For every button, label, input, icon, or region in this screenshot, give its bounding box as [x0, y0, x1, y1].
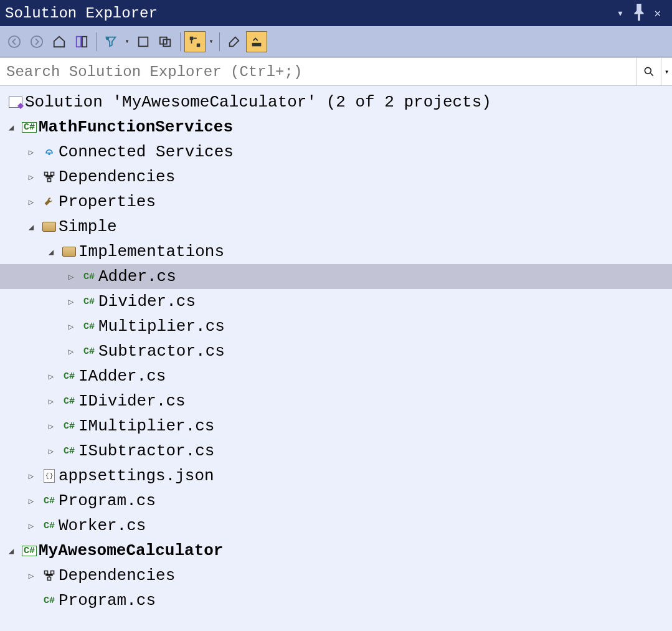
pin-icon[interactable]	[630, 2, 648, 24]
home-button[interactable]	[49, 31, 70, 52]
csharp-file-icon: C#	[81, 272, 97, 282]
expand-caret[interactable]: ▷	[25, 197, 37, 207]
toolbar-separator	[180, 32, 181, 51]
file-label: ISubtractor.cs	[77, 442, 214, 460]
svg-rect-14	[51, 173, 54, 176]
project-node[interactable]: ◢ C# MathFunctionServices	[0, 115, 672, 140]
file-node[interactable]: ▷ {} appsettings.json	[0, 463, 672, 488]
solution-icon	[7, 97, 24, 108]
close-icon[interactable]: ✕	[648, 6, 667, 20]
csproj-icon: C#	[21, 122, 37, 133]
folder-icon	[61, 247, 77, 257]
sync-active-doc-button[interactable]	[133, 31, 154, 52]
file-node[interactable]: ▷ C# Worker.cs	[0, 513, 672, 538]
svg-rect-5	[139, 37, 148, 46]
svg-point-1	[31, 36, 42, 47]
expand-caret[interactable]: ▷	[25, 147, 37, 158]
file-node[interactable]: ▷ C# IAdder.cs	[0, 364, 672, 389]
toolbar-separator	[219, 32, 220, 51]
window-options-icon[interactable]: ▾	[611, 6, 630, 20]
properties-node[interactable]: ▷ Properties	[0, 189, 672, 214]
expand-caret[interactable]: ◢	[5, 122, 17, 133]
expand-caret[interactable]: ◢	[25, 222, 37, 232]
svg-rect-8	[190, 36, 194, 40]
expand-caret[interactable]: ▷	[45, 446, 57, 457]
folder-node[interactable]: ◢ Implementations	[0, 239, 672, 264]
file-node[interactable]: ▷ C# Program.cs	[0, 588, 672, 613]
preview-button[interactable]	[246, 31, 267, 52]
connected-services-node[interactable]: ▷ Connected Services	[0, 140, 672, 164]
dependencies-node[interactable]: ▷ Dependencies	[0, 563, 672, 588]
csharp-file-icon: C#	[81, 297, 97, 307]
title-bar: Solution Explorer ▾ ✕	[0, 0, 672, 26]
expand-caret[interactable]: ◢	[5, 546, 17, 556]
node-label: Simple	[57, 217, 117, 236]
expand-caret[interactable]: ▷	[25, 172, 37, 183]
file-node[interactable]: ▷ C# Divider.cs	[0, 289, 672, 314]
csharp-file-icon: C#	[81, 321, 97, 332]
expand-caret[interactable]: ▷	[65, 321, 77, 332]
expand-caret[interactable]: ▷	[65, 346, 77, 357]
file-label: appsettings.json	[57, 467, 214, 485]
svg-point-0	[9, 36, 20, 47]
node-label: Dependencies	[57, 168, 175, 186]
csharp-file-icon: C#	[41, 521, 57, 531]
solution-label: Solution 'MyAwesomeCalculator' (2 of 2 p…	[24, 93, 491, 111]
file-node[interactable]: ▷ C# IMultiplier.cs	[0, 414, 672, 439]
svg-rect-16	[45, 571, 48, 574]
file-label: Adder.cs	[97, 267, 176, 286]
file-node[interactable]: ▷ C# IDivider.cs	[0, 389, 672, 414]
file-label: Divider.cs	[97, 292, 196, 311]
csharp-file-icon: C#	[41, 595, 57, 606]
node-label: Implementations	[77, 242, 224, 261]
collapse-all-button[interactable]	[184, 31, 206, 52]
file-node[interactable]: ▷ C# Multiplier.cs	[0, 314, 672, 339]
file-label: Program.cs	[57, 591, 156, 610]
search-input[interactable]	[0, 61, 636, 83]
node-label: Properties	[57, 192, 156, 211]
svg-point-11	[645, 67, 651, 74]
file-node[interactable]: ▷ C# Subtractor.cs	[0, 339, 672, 364]
csharp-file-icon: C#	[61, 446, 77, 457]
project-node[interactable]: ◢ C# MyAwesomeCalculator	[0, 538, 672, 563]
expand-caret[interactable]: ▷	[45, 421, 57, 432]
search-bar: ▾	[0, 57, 672, 86]
refresh-button[interactable]	[155, 31, 176, 52]
file-node[interactable]: ▷ C# Adder.cs	[0, 264, 672, 289]
solution-tree: Solution 'MyAwesomeCalculator' (2 of 2 p…	[0, 86, 672, 617]
dependencies-node[interactable]: ▷ Dependencies	[0, 164, 672, 189]
folder-node[interactable]: ◢ Simple	[0, 214, 672, 239]
file-label: Program.cs	[57, 491, 156, 510]
csharp-file-icon: C#	[61, 396, 77, 407]
search-icon[interactable]	[636, 58, 661, 85]
expand-caret[interactable]: ▷	[45, 371, 57, 382]
json-file-icon: {}	[41, 469, 57, 483]
nav-forward-button[interactable]	[26, 31, 47, 52]
dependencies-icon	[41, 171, 57, 183]
filter-dropdown-icon[interactable]: ▾	[123, 37, 131, 46]
collapse-dropdown-icon[interactable]: ▾	[207, 37, 215, 46]
expand-caret[interactable]: ▷	[65, 272, 77, 282]
file-label: IMultiplier.cs	[77, 417, 214, 435]
nav-back-button[interactable]	[4, 31, 25, 52]
expand-caret[interactable]: ◢	[45, 247, 57, 257]
expand-caret[interactable]: ▷	[25, 521, 37, 531]
solution-node[interactable]: Solution 'MyAwesomeCalculator' (2 of 2 p…	[0, 90, 672, 115]
pending-changes-filter-button[interactable]	[100, 31, 121, 52]
expand-caret[interactable]: ▷	[65, 297, 77, 307]
expand-caret[interactable]: ▷	[25, 571, 37, 581]
dependencies-icon	[41, 569, 57, 582]
csharp-file-icon: C#	[61, 421, 77, 432]
file-node[interactable]: ▷ C# ISubtractor.cs	[0, 439, 672, 463]
wrench-icon	[41, 196, 57, 208]
expand-caret[interactable]: ▷	[25, 471, 37, 482]
file-node[interactable]: ▷ C# Program.cs	[0, 488, 672, 513]
switch-view-button[interactable]	[71, 31, 92, 52]
csharp-file-icon: C#	[81, 346, 97, 357]
file-label: Worker.cs	[57, 516, 146, 535]
properties-button[interactable]	[224, 31, 245, 52]
search-options-dropdown[interactable]: ▾	[661, 58, 672, 85]
expand-caret[interactable]: ▷	[25, 496, 37, 506]
connected-services-icon	[41, 146, 57, 158]
expand-caret[interactable]: ▷	[45, 396, 57, 407]
